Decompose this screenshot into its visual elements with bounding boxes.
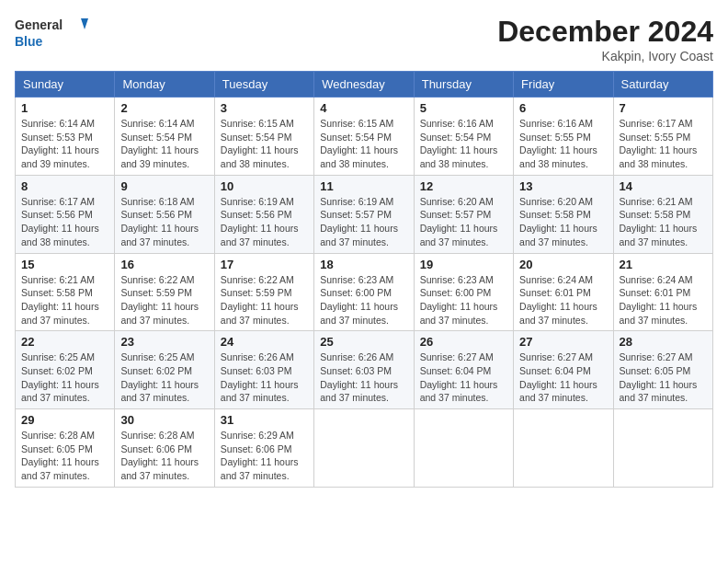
calendar-cell: 25 Sunrise: 6:26 AM Sunset: 6:03 PM Dayl… — [314, 331, 414, 409]
calendar-cell: 31 Sunrise: 6:29 AM Sunset: 6:06 PM Dayl… — [214, 409, 313, 488]
calendar-cell: 11 Sunrise: 6:19 AM Sunset: 5:57 PM Dayl… — [314, 175, 414, 253]
svg-marker-2 — [81, 18, 88, 29]
calendar-cell: 22 Sunrise: 6:25 AM Sunset: 6:02 PM Dayl… — [16, 331, 115, 409]
weekday-header-saturday: Saturday — [613, 72, 712, 98]
day-info: Sunrise: 6:20 AM Sunset: 5:57 PM Dayligh… — [420, 195, 507, 249]
logo: General Blue — [15, 15, 88, 53]
day-info: Sunrise: 6:26 AM Sunset: 6:03 PM Dayligh… — [320, 350, 407, 405]
calendar-cell: 30 Sunrise: 6:28 AM Sunset: 6:06 PM Dayl… — [115, 409, 214, 488]
page-header: General Blue December 2024 Kakpin, Ivory… — [15, 15, 713, 63]
calendar-table: SundayMondayTuesdayWednesdayThursdayFrid… — [15, 71, 713, 488]
day-info: Sunrise: 6:14 AM Sunset: 5:54 PM Dayligh… — [120, 117, 208, 171]
week-row-2: 8 Sunrise: 6:17 AM Sunset: 5:56 PM Dayli… — [16, 175, 713, 253]
day-number: 8 — [21, 179, 108, 193]
day-number: 31 — [221, 413, 308, 427]
location: Kakpin, Ivory Coast — [497, 49, 713, 63]
day-number: 7 — [620, 101, 707, 115]
calendar-cell: 9 Sunrise: 6:18 AM Sunset: 5:56 PM Dayli… — [115, 175, 214, 253]
day-number: 13 — [519, 179, 607, 193]
calendar-cell: 26 Sunrise: 6:27 AM Sunset: 6:04 PM Dayl… — [414, 331, 513, 409]
weekday-header-friday: Friday — [514, 72, 613, 98]
day-number: 22 — [21, 335, 108, 349]
day-number: 16 — [120, 258, 208, 271]
day-number: 15 — [21, 258, 108, 271]
day-info: Sunrise: 6:14 AM Sunset: 5:53 PM Dayligh… — [21, 117, 108, 171]
day-info: Sunrise: 6:17 AM Sunset: 5:56 PM Dayligh… — [21, 195, 108, 249]
day-info: Sunrise: 6:16 AM Sunset: 5:54 PM Dayligh… — [420, 117, 507, 171]
calendar-cell: 20 Sunrise: 6:24 AM Sunset: 6:01 PM Dayl… — [514, 253, 613, 331]
calendar-cell: 24 Sunrise: 6:26 AM Sunset: 6:03 PM Dayl… — [214, 331, 313, 409]
calendar-cell: 29 Sunrise: 6:28 AM Sunset: 6:05 PM Dayl… — [16, 409, 115, 488]
day-number: 4 — [320, 101, 407, 115]
day-info: Sunrise: 6:21 AM Sunset: 5:58 PM Dayligh… — [620, 195, 707, 249]
calendar-cell: 23 Sunrise: 6:25 AM Sunset: 6:02 PM Dayl… — [115, 331, 214, 409]
day-info: Sunrise: 6:19 AM Sunset: 5:56 PM Dayligh… — [221, 195, 308, 249]
day-number: 29 — [21, 413, 108, 427]
calendar-cell: 21 Sunrise: 6:24 AM Sunset: 6:01 PM Dayl… — [613, 253, 712, 331]
calendar-cell: 18 Sunrise: 6:23 AM Sunset: 6:00 PM Dayl… — [314, 253, 414, 331]
svg-text:General: General — [15, 17, 63, 32]
day-number: 14 — [620, 179, 707, 193]
day-number: 19 — [420, 258, 507, 271]
logo-svg: General Blue — [15, 15, 88, 53]
day-info: Sunrise: 6:22 AM Sunset: 5:59 PM Dayligh… — [221, 273, 308, 327]
calendar-cell: 1 Sunrise: 6:14 AM Sunset: 5:53 PM Dayli… — [16, 98, 115, 176]
calendar-cell: 7 Sunrise: 6:17 AM Sunset: 5:55 PM Dayli… — [613, 98, 712, 176]
day-info: Sunrise: 6:26 AM Sunset: 6:03 PM Dayligh… — [221, 350, 308, 405]
calendar-cell: 17 Sunrise: 6:22 AM Sunset: 5:59 PM Dayl… — [214, 253, 313, 331]
calendar-cell: 13 Sunrise: 6:20 AM Sunset: 5:58 PM Dayl… — [514, 175, 613, 253]
svg-text:Blue: Blue — [15, 34, 43, 49]
day-number: 26 — [420, 335, 507, 349]
day-info: Sunrise: 6:24 AM Sunset: 6:01 PM Dayligh… — [519, 273, 607, 327]
week-row-4: 22 Sunrise: 6:25 AM Sunset: 6:02 PM Dayl… — [16, 331, 713, 409]
day-info: Sunrise: 6:16 AM Sunset: 5:55 PM Dayligh… — [519, 117, 607, 171]
calendar-cell — [314, 409, 414, 488]
day-info: Sunrise: 6:15 AM Sunset: 5:54 PM Dayligh… — [221, 117, 308, 171]
calendar-cell: 14 Sunrise: 6:21 AM Sunset: 5:58 PM Dayl… — [613, 175, 712, 253]
day-number: 18 — [320, 258, 407, 271]
weekday-header-tuesday: Tuesday — [214, 72, 313, 98]
calendar-cell — [613, 409, 712, 488]
calendar-cell: 8 Sunrise: 6:17 AM Sunset: 5:56 PM Dayli… — [16, 175, 115, 253]
calendar-cell: 4 Sunrise: 6:15 AM Sunset: 5:54 PM Dayli… — [314, 98, 414, 176]
day-info: Sunrise: 6:21 AM Sunset: 5:58 PM Dayligh… — [21, 273, 108, 327]
day-number: 10 — [221, 179, 308, 193]
day-info: Sunrise: 6:22 AM Sunset: 5:59 PM Dayligh… — [120, 273, 208, 327]
day-info: Sunrise: 6:29 AM Sunset: 6:06 PM Dayligh… — [221, 429, 308, 483]
calendar-cell: 28 Sunrise: 6:27 AM Sunset: 6:05 PM Dayl… — [613, 331, 712, 409]
calendar-cell: 6 Sunrise: 6:16 AM Sunset: 5:55 PM Dayli… — [514, 98, 613, 176]
day-info: Sunrise: 6:25 AM Sunset: 6:02 PM Dayligh… — [21, 350, 108, 405]
day-info: Sunrise: 6:23 AM Sunset: 6:00 PM Dayligh… — [320, 273, 407, 327]
weekday-header-wednesday: Wednesday — [314, 72, 414, 98]
day-number: 28 — [620, 335, 707, 349]
calendar-cell — [514, 409, 613, 488]
weekday-header-monday: Monday — [115, 72, 214, 98]
day-info: Sunrise: 6:15 AM Sunset: 5:54 PM Dayligh… — [320, 117, 407, 171]
day-info: Sunrise: 6:27 AM Sunset: 6:04 PM Dayligh… — [420, 350, 507, 405]
day-number: 1 — [21, 101, 108, 115]
week-row-3: 15 Sunrise: 6:21 AM Sunset: 5:58 PM Dayl… — [16, 253, 713, 331]
month-title: December 2024 — [497, 15, 713, 49]
day-info: Sunrise: 6:24 AM Sunset: 6:01 PM Dayligh… — [620, 273, 707, 327]
day-info: Sunrise: 6:28 AM Sunset: 6:05 PM Dayligh… — [21, 429, 108, 483]
day-number: 6 — [519, 101, 607, 115]
day-info: Sunrise: 6:27 AM Sunset: 6:04 PM Dayligh… — [519, 350, 607, 405]
calendar-cell — [414, 409, 513, 488]
week-row-1: 1 Sunrise: 6:14 AM Sunset: 5:53 PM Dayli… — [16, 98, 713, 176]
calendar-cell: 10 Sunrise: 6:19 AM Sunset: 5:56 PM Dayl… — [214, 175, 313, 253]
day-number: 3 — [221, 101, 308, 115]
day-info: Sunrise: 6:17 AM Sunset: 5:55 PM Dayligh… — [620, 117, 707, 171]
calendar-cell: 16 Sunrise: 6:22 AM Sunset: 5:59 PM Dayl… — [115, 253, 214, 331]
day-number: 20 — [519, 258, 607, 271]
day-number: 17 — [221, 258, 308, 271]
day-number: 9 — [120, 179, 208, 193]
calendar-cell: 5 Sunrise: 6:16 AM Sunset: 5:54 PM Dayli… — [414, 98, 513, 176]
day-number: 25 — [320, 335, 407, 349]
day-number: 2 — [120, 101, 208, 115]
day-number: 30 — [120, 413, 208, 427]
day-number: 11 — [320, 179, 407, 193]
day-number: 21 — [620, 258, 707, 271]
day-info: Sunrise: 6:27 AM Sunset: 6:05 PM Dayligh… — [620, 350, 707, 405]
calendar-cell: 27 Sunrise: 6:27 AM Sunset: 6:04 PM Dayl… — [514, 331, 613, 409]
day-number: 27 — [519, 335, 607, 349]
